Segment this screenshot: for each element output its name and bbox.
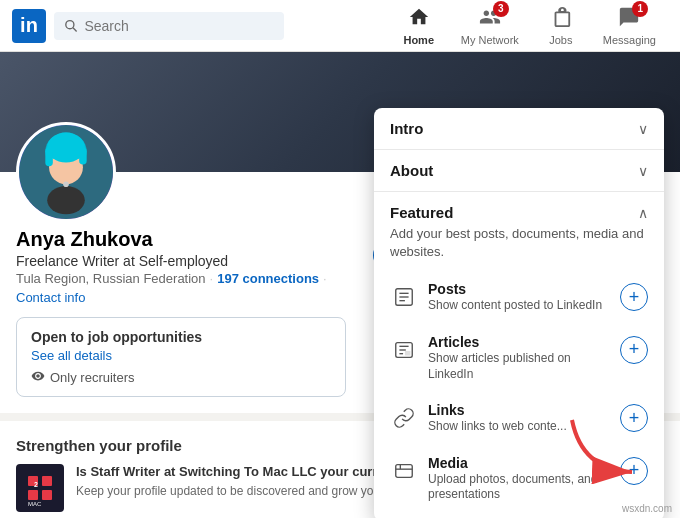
messaging-label: Messaging xyxy=(603,34,656,46)
linkedin-logo: in xyxy=(12,9,46,43)
posts-desc: Show content posted to LinkedIn xyxy=(428,298,610,314)
watermark: wsxdn.com xyxy=(622,503,672,514)
svg-text:2: 2 xyxy=(34,481,38,488)
network-badge: 3 xyxy=(493,1,509,17)
search-input[interactable] xyxy=(84,18,274,34)
nav-item-jobs[interactable]: Jobs xyxy=(531,6,591,46)
recruiters-row: Only recruiters xyxy=(31,369,331,386)
connections-link[interactable]: 197 connections xyxy=(217,271,319,286)
recruiters-text: Only recruiters xyxy=(50,370,135,385)
open-to-box: Open to job opportunities See all detail… xyxy=(16,317,346,397)
posts-icon xyxy=(390,283,418,311)
posts-text: Posts Show content posted to LinkedIn xyxy=(428,281,610,314)
svg-point-0 xyxy=(66,20,74,28)
about-label: About xyxy=(390,162,433,179)
featured-item-posts[interactable]: Posts Show content posted to LinkedIn + xyxy=(374,271,664,324)
svg-line-1 xyxy=(73,27,77,31)
intro-section: Intro ∨ xyxy=(374,108,664,150)
strengthen-card-desc: Keep your profile updated to be discover… xyxy=(76,483,380,500)
home-label: Home xyxy=(403,34,434,46)
featured-description: Add your best posts, documents, media an… xyxy=(374,225,664,271)
about-section: About ∨ xyxy=(374,150,664,192)
links-text: Links Show links to web conte... xyxy=(428,402,610,435)
svg-rect-25 xyxy=(405,351,411,356)
featured-header[interactable]: Featured ∧ xyxy=(374,192,664,225)
featured-chevron-icon: ∧ xyxy=(638,205,648,221)
svg-rect-13 xyxy=(28,490,38,500)
svg-rect-12 xyxy=(42,476,52,486)
add-posts-button[interactable]: + xyxy=(620,283,648,311)
nav-item-home[interactable]: Home xyxy=(389,6,449,46)
dropdown-panel: Intro ∨ About ∨ Featured ∧ Add your best… xyxy=(374,108,664,518)
nav-item-network[interactable]: 3 My Network xyxy=(449,6,531,46)
articles-desc: Show articles published on LinkedIn xyxy=(428,351,610,382)
links-title: Links xyxy=(428,402,610,418)
top-navigation: in Home 3 My Network Jobs xyxy=(0,0,680,52)
jobs-label: Jobs xyxy=(549,34,572,46)
messaging-badge: 1 xyxy=(632,1,648,17)
messaging-icon: 1 xyxy=(618,6,640,33)
featured-item-media[interactable]: Media Upload photos, documents, and pres… xyxy=(374,445,664,513)
articles-icon xyxy=(390,336,418,364)
avatar-wrapper xyxy=(16,122,116,222)
network-label: My Network xyxy=(461,34,519,46)
svg-rect-7 xyxy=(45,148,53,167)
links-icon xyxy=(390,404,418,432)
nav-icons: Home 3 My Network Jobs 1 Messaging xyxy=(389,6,668,46)
articles-title: Articles xyxy=(428,334,610,350)
company-logo: 2 MAC xyxy=(16,464,64,512)
svg-text:MAC: MAC xyxy=(28,501,42,507)
posts-title: Posts xyxy=(428,281,610,297)
add-links-button[interactable]: + xyxy=(620,404,648,432)
network-icon: 3 xyxy=(479,6,501,33)
featured-label: Featured xyxy=(390,204,453,221)
featured-section: Featured ∧ Add your best posts, document… xyxy=(374,192,664,513)
strengthen-text: Is Staff Writer at Switching To Mac LLC … xyxy=(76,464,380,500)
intro-label: Intro xyxy=(390,120,423,137)
media-desc: Upload photos, documents, and presentati… xyxy=(428,472,610,503)
nav-item-messaging[interactable]: 1 Messaging xyxy=(591,6,668,46)
intro-chevron-icon: ∨ xyxy=(638,121,648,137)
avatar xyxy=(16,122,116,222)
eye-icon xyxy=(31,369,45,386)
about-row[interactable]: About ∨ xyxy=(374,150,664,191)
see-details-link[interactable]: See all details xyxy=(31,348,331,363)
jobs-icon xyxy=(550,6,572,33)
articles-text: Articles Show articles published on Link… xyxy=(428,334,610,382)
media-icon xyxy=(390,457,418,485)
links-desc: Show links to web conte... xyxy=(428,419,610,435)
add-media-button[interactable]: + xyxy=(620,457,648,485)
open-to-title: Open to job opportunities xyxy=(31,329,202,345)
svg-rect-26 xyxy=(396,464,413,477)
svg-rect-8 xyxy=(79,148,87,165)
intro-row[interactable]: Intro ∨ xyxy=(374,108,664,149)
svg-point-9 xyxy=(63,181,69,187)
about-chevron-icon: ∨ xyxy=(638,163,648,179)
media-title: Media xyxy=(428,455,610,471)
media-text: Media Upload photos, documents, and pres… xyxy=(428,455,610,503)
add-articles-button[interactable]: + xyxy=(620,336,648,364)
search-icon xyxy=(64,18,78,34)
search-bar[interactable] xyxy=(54,12,284,40)
strengthen-card-title: Is Staff Writer at Switching To Mac LLC … xyxy=(76,464,380,481)
home-icon xyxy=(408,6,430,33)
featured-item-links[interactable]: Links Show links to web conte... + xyxy=(374,392,664,445)
svg-rect-14 xyxy=(42,490,52,500)
featured-item-articles[interactable]: Articles Show articles published on Link… xyxy=(374,324,664,392)
location-text: Tula Region, Russian Federation xyxy=(16,271,206,286)
svg-point-5 xyxy=(47,186,85,214)
